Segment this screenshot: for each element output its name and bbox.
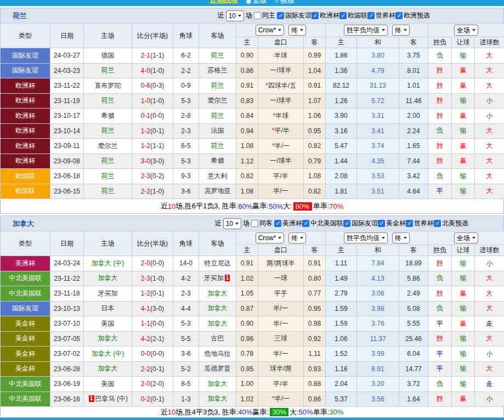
result-goals: 小: [475, 391, 504, 407]
handicap-cell: *平/半: [258, 123, 304, 139]
layout-radio-vertical[interactable]: 竖版: [246, 0, 267, 5]
competition-checkbox[interactable]: 美金杯: [378, 219, 406, 228]
sub-header-goals: 进球数: [475, 37, 504, 48]
away-team: 特立尼达: [205, 259, 231, 267]
home-team-cell: 加拿大 (中): [84, 347, 132, 362]
final-odds-select-2[interactable]: 终: [392, 232, 410, 243]
match-date: 23-06-19: [50, 377, 84, 392]
corners: 8-5: [173, 377, 199, 392]
final-odds-select[interactable]: 终: [288, 25, 306, 36]
final-odds-select-2[interactable]: 终: [392, 25, 410, 36]
fulltime-score: 0-6: [141, 82, 150, 89]
checkbox-checked-icon: [312, 12, 319, 19]
sub-header-euro-home: 主: [326, 37, 357, 48]
score-cell: 2-3(0-2): [132, 169, 173, 184]
result-goals: 大: [475, 301, 504, 316]
euro-odds-select[interactable]: 胜平负均值: [344, 25, 388, 36]
result-handicap: 赢: [452, 391, 475, 407]
result-win-draw-loss: 负: [428, 169, 452, 184]
euro-away-odds: 2.49: [399, 286, 428, 302]
halftime-score: (2-1): [150, 335, 164, 343]
competition-checkbox[interactable]: 中北美国联: [302, 219, 343, 228]
asian-away-odds: 0.91: [304, 256, 326, 271]
score-cell: 1-1(0-0): [132, 316, 173, 332]
away-team-cell: 特立尼达: [199, 256, 236, 271]
home-team-cell: 荷兰: [84, 63, 132, 78]
handicap-cell: 半/一: [258, 347, 304, 362]
scope-select[interactable]: 全场: [454, 232, 478, 243]
competition-checkbox[interactable]: 美洲杯: [274, 219, 302, 228]
games-count-select[interactable]: 10: [226, 10, 244, 21]
asian-away-odds: 0.99: [304, 48, 326, 64]
red-card-badge: 1: [89, 395, 94, 402]
competition-checkbox[interactable]: 世界杯: [406, 219, 434, 228]
asian-away-odds: 0.88: [304, 377, 326, 392]
match-date: 23-07-10: [50, 316, 84, 332]
competition-checkbox[interactable]: 欧国联: [339, 11, 367, 20]
competition-checkbox[interactable]: 欧洲预选: [395, 11, 430, 20]
match-date: 23-07-05: [50, 331, 84, 347]
games-count-select[interactable]: 10: [223, 218, 241, 229]
bookmaker-select[interactable]: Crow*: [256, 25, 285, 36]
result-win-draw-loss: 胜: [428, 154, 452, 169]
competition-checkbox[interactable]: 北美预选: [434, 219, 468, 228]
sub-header-asian-away: 客: [304, 245, 326, 256]
halftime-score: (1-0): [150, 188, 164, 195]
result-goals: 走: [475, 316, 504, 332]
away-team: 荷兰: [211, 52, 224, 59]
sub-header-wdl: 胜负: [428, 245, 452, 256]
col-header-date: 日期: [50, 24, 84, 48]
section-header-netherlands: 荷兰 近 10 场 同主 国际友谊 欧洲杯 欧国联: [0, 8, 504, 23]
table-row: 中北美国联 23-11-18 牙买加 1-2(0-1) 2-3 加拿大 1.05…: [1, 286, 504, 302]
halftime-score: (0-1): [150, 395, 164, 403]
fulltime-score: 3-0: [141, 157, 150, 165]
sub-header-euro-draw: 和: [357, 245, 399, 256]
result-win-draw-loss: 平: [428, 347, 452, 362]
euro-away-odds: 1.65: [399, 139, 428, 154]
match-date: 23-06-18: [50, 169, 84, 184]
same-away-checkbox[interactable]: 同客: [251, 219, 273, 228]
away-team: 荷兰: [211, 142, 224, 150]
radio-vertical-label: 竖版: [253, 0, 267, 5]
euro-away-odds: 3.42: [399, 169, 428, 184]
competition-checkbox[interactable]: 欧洲杯: [312, 11, 339, 20]
competition-label: 世界杯: [376, 11, 395, 20]
sub-header-euro-away: 客: [399, 245, 428, 256]
away-team: 爱尔兰: [208, 97, 228, 104]
table-row: 中北美国联 23-06-16 1巴拿马 (中) 0-2(0-1) 1-3 加拿大…: [1, 391, 504, 407]
euro-draw-odds: 3.08: [357, 286, 399, 302]
halftime-score: (1-1): [150, 142, 164, 150]
handicap-cell: 一/球半: [258, 93, 304, 109]
checkbox-unchecked-icon: [254, 12, 261, 19]
away-team-cell: 加拿大: [199, 391, 236, 407]
competition-checkbox[interactable]: 世界杯: [367, 11, 395, 20]
fulltime-score: 4-0: [141, 67, 150, 75]
result-goals: 小: [475, 109, 504, 124]
col-header-score: 比分(半场): [132, 24, 173, 48]
same-home-checkbox[interactable]: 同主: [254, 11, 275, 20]
result-win-draw-loss: 胜: [428, 256, 452, 271]
asian-home-odds: 0.87: [236, 301, 258, 316]
euro-odds-select[interactable]: 胜平负均值: [344, 232, 388, 243]
competition-type-badge: 美金杯: [1, 361, 50, 377]
final-odds-select[interactable]: 终: [288, 232, 306, 243]
euro-draw-odds: 5.72: [357, 93, 399, 109]
table-row: 中北美国联 23-11-22 加拿大 2-3(1-0) 4-2 牙买加1 1.0…: [1, 271, 504, 286]
checkbox-checked-icon: [395, 12, 403, 19]
scope-select[interactable]: 全场: [454, 25, 478, 36]
home-team-cell: 荷兰: [84, 169, 132, 184]
away-team-cell: 古巴: [199, 331, 236, 347]
bookmaker-select[interactable]: Crow*: [256, 232, 285, 243]
halftime-score: (1-0): [150, 67, 164, 75]
home-team: 德国: [101, 52, 115, 59]
sub-header-let-goal: 让球: [452, 37, 475, 48]
layout-radio-horizontal[interactable]: 横版: [275, 0, 295, 5]
corners: 5-2: [173, 361, 199, 377]
competition-checkbox[interactable]: 国际友谊: [343, 219, 378, 228]
competition-checkbox[interactable]: 国际友谊: [277, 11, 312, 20]
euro-home-odds: 82.12: [326, 78, 357, 94]
euro-away-odds: 2.00: [399, 109, 428, 124]
home-team: 加拿大: [98, 365, 118, 372]
asian-away-odds: 0.95: [304, 301, 326, 316]
away-team-cell: 苏格兰: [199, 63, 236, 78]
